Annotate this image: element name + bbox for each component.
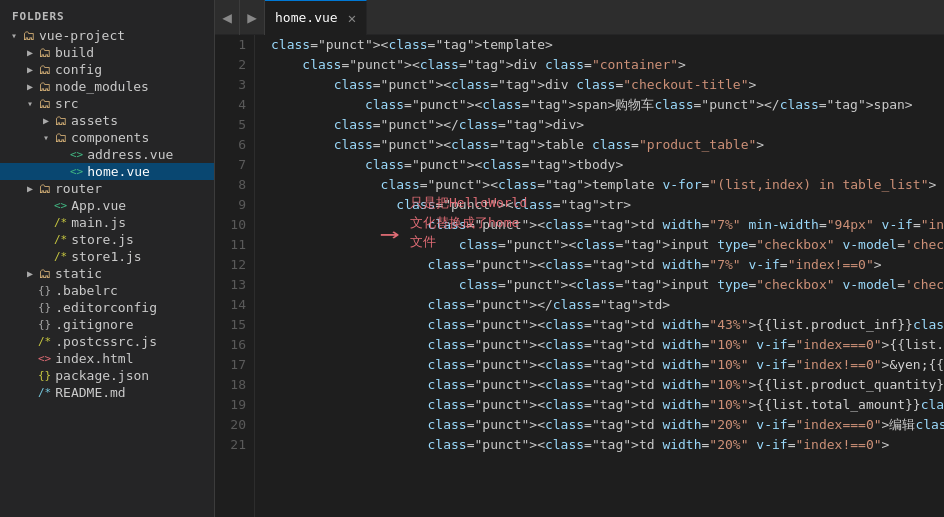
file-type-icon: /* [38, 335, 51, 348]
folder-icon: 🗂 [54, 130, 67, 145]
tree-item-build[interactable]: ▶🗂build [0, 44, 214, 61]
code-line: class="punct"><class="tag">input type="c… [271, 235, 944, 255]
tree-item-label: README.md [55, 385, 125, 400]
arrow-icon: ▶ [24, 183, 36, 194]
tree-item-label: .babelrc [55, 283, 118, 298]
file-type-icon: <> [38, 352, 51, 365]
code-line: class="punct"><class="tag">td width="10%… [271, 355, 944, 375]
tree-item-label: main.js [71, 215, 126, 230]
code-line: class="punct"><class="tag">td width="20%… [271, 435, 944, 455]
line-number: 19 [223, 395, 246, 415]
tree-item-assets[interactable]: ▶🗂assets [0, 112, 214, 129]
tab-nav-back[interactable]: ◀ [215, 0, 240, 35]
code-line: class="punct"></class="tag">td> [271, 295, 944, 315]
folder-icon: 🗂 [54, 113, 67, 128]
file-type-icon: /* [38, 386, 51, 399]
folder-icon: 🗂 [38, 62, 51, 77]
line-number: 17 [223, 355, 246, 375]
tab-nav-forward[interactable]: ▶ [240, 0, 265, 35]
code-line: class="punct"><class="tag">td width="20%… [271, 415, 944, 435]
tab-home.vue[interactable]: home.vue✕ [265, 0, 367, 35]
tree-item-store.js[interactable]: /*store.js [0, 231, 214, 248]
tree-item-config[interactable]: ▶🗂config [0, 61, 214, 78]
folder-icon: 🗂 [22, 28, 35, 43]
file-type-icon: {} [38, 369, 51, 382]
main-area: ◀ ▶ home.vue✕ 12345678910111213141516171… [215, 0, 944, 517]
tree-item-components[interactable]: ▾🗂components [0, 129, 214, 146]
line-numbers: 123456789101112131415161718192021 [215, 35, 255, 517]
tree-item-label: App.vue [71, 198, 126, 213]
tree-item-vue-project[interactable]: ▾🗂vue-project [0, 27, 214, 44]
code-line: class="punct"><class="tag">td width="7%"… [271, 215, 944, 235]
line-number: 2 [223, 55, 246, 75]
folder-icon: 🗂 [38, 96, 51, 111]
tree-item-router[interactable]: ▶🗂router [0, 180, 214, 197]
tree-item-index.html[interactable]: <>index.html [0, 350, 214, 367]
file-type-icon: <> [70, 148, 83, 161]
code-line: class="punct"><class="tag">template> [271, 35, 944, 55]
arrow-icon: ▾ [24, 98, 36, 109]
code-line: class="punct"><class="tag">td width="7%"… [271, 255, 944, 275]
tree-item-label: router [55, 181, 102, 196]
code-line: class="punct"><class="tag">td width="43%… [271, 315, 944, 335]
tree-item-node_modules[interactable]: ▶🗂node_modules [0, 78, 214, 95]
code-line: class="punct"><class="tag">td width="10%… [271, 335, 944, 355]
line-number: 4 [223, 95, 246, 115]
editor[interactable]: 123456789101112131415161718192021 class=… [215, 35, 944, 517]
tree-item-label: assets [71, 113, 118, 128]
file-type-icon: <> [54, 199, 67, 212]
line-number: 12 [223, 255, 246, 275]
code-line: class="punct"><class="tag">template v-fo… [271, 175, 944, 195]
tree-item-.editorconfig[interactable]: {}.editorconfig [0, 299, 214, 316]
tree-item-.postcssrc.js[interactable]: /*.postcssrc.js [0, 333, 214, 350]
tree-item-home.vue[interactable]: <>home.vue [0, 163, 214, 180]
tree-item-label: static [55, 266, 102, 281]
tab-bar: ◀ ▶ home.vue✕ [215, 0, 944, 35]
tree-item-label: components [71, 130, 149, 145]
line-number: 11 [223, 235, 246, 255]
folder-icon: 🗂 [38, 45, 51, 60]
line-number: 6 [223, 135, 246, 155]
code-line: class="punct"><class="tag">td width="10%… [271, 395, 944, 415]
file-type-icon: /* [54, 233, 67, 246]
file-type-icon: <> [70, 165, 83, 178]
folder-icon: 🗂 [38, 181, 51, 196]
line-number: 13 [223, 275, 246, 295]
tab-close-button[interactable]: ✕ [348, 10, 356, 26]
tree-item-.gitignore[interactable]: {}.gitignore [0, 316, 214, 333]
editor-content: 123456789101112131415161718192021 class=… [215, 35, 944, 517]
line-number: 10 [223, 215, 246, 235]
tabs-container: home.vue✕ [265, 0, 367, 35]
tree-item-label: node_modules [55, 79, 149, 94]
tree-item-package.json[interactable]: {}package.json [0, 367, 214, 384]
line-number: 7 [223, 155, 246, 175]
tree-item-main.js[interactable]: /*main.js [0, 214, 214, 231]
folder-icon: 🗂 [38, 79, 51, 94]
tree-item-address.vue[interactable]: <>address.vue [0, 146, 214, 163]
code-line: class="punct"><class="tag">span>购物车class… [271, 95, 944, 115]
file-type-icon: /* [54, 216, 67, 229]
code-area: class="punct"><class="tag">template> cla… [255, 35, 944, 517]
tree-item-static[interactable]: ▶🗂static [0, 265, 214, 282]
code-line: class="punct"><class="tag">tr> [271, 195, 944, 215]
file-type-icon: {} [38, 301, 51, 314]
tree-item-label: index.html [55, 351, 133, 366]
line-number: 5 [223, 115, 246, 135]
tab-label: home.vue [275, 10, 338, 25]
line-number: 9 [223, 195, 246, 215]
sidebar: FOLDERS ▾🗂vue-project▶🗂build▶🗂config▶🗂no… [0, 0, 215, 517]
arrow-icon: ▶ [24, 64, 36, 75]
tree-item-.babelrc[interactable]: {}.babelrc [0, 282, 214, 299]
tree-item-store1.js[interactable]: /*store1.js [0, 248, 214, 265]
code-line: class="punct"><class="tag">div class="co… [271, 55, 944, 75]
line-number: 1 [223, 35, 246, 55]
tree-item-README.md[interactable]: /*README.md [0, 384, 214, 401]
tree-item-src[interactable]: ▾🗂src [0, 95, 214, 112]
code-line: class="punct"><class="tag">td width="10%… [271, 375, 944, 395]
tree-item-App.vue[interactable]: <>App.vue [0, 197, 214, 214]
sidebar-header: FOLDERS [0, 4, 214, 27]
tree-item-label: .gitignore [55, 317, 133, 332]
line-number: 14 [223, 295, 246, 315]
tree-item-label: build [55, 45, 94, 60]
arrow-icon: ▾ [8, 30, 20, 41]
